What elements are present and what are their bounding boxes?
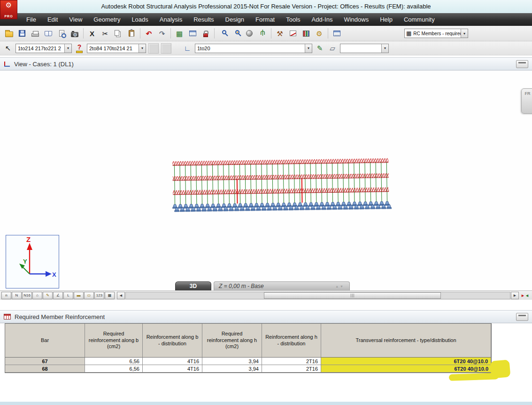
values-icon[interactable]: 123 (94, 292, 104, 299)
orbit-button[interactable] (243, 27, 255, 39)
menu-windows[interactable]: Windows (338, 14, 374, 25)
dimension-button[interactable]: ∟ (182, 43, 193, 54)
menu-loads[interactable]: Loads (126, 14, 154, 25)
cut-button[interactable]: ✂ (99, 27, 111, 39)
sections-icon[interactable]: ✎ (43, 292, 53, 299)
dimension-icon[interactable]: L (63, 292, 73, 299)
panel-restore-button[interactable] (516, 60, 528, 68)
bars-selection-combo[interactable]: 1to214 217to221 2 ▾ (15, 44, 72, 53)
menu-design[interactable]: Design (220, 14, 250, 25)
dropdown-arrow-icon[interactable]: ▾ (461, 29, 468, 38)
diagram-button[interactable] (287, 27, 299, 39)
zoom-window-button[interactable] (230, 27, 242, 39)
print-preview-button[interactable] (42, 27, 54, 39)
dropdown-arrow-icon[interactable]: ▾ (139, 44, 146, 53)
scrollbar-thumb[interactable] (264, 292, 440, 299)
level-tab-arrows-icon[interactable]: ▲▼ (335, 285, 345, 288)
cell-transversal[interactable]: 6T20 40@10.0 (321, 365, 491, 373)
calculations-button[interactable]: ▦ (173, 27, 185, 39)
app-logo[interactable]: ⚙ PRO (0, 0, 17, 19)
cell-dist-h[interactable]: 2T16 (262, 358, 321, 365)
dropdown-arrow-icon[interactable]: ▾ (305, 44, 312, 53)
cell-dist-b[interactable]: 4T16 (143, 358, 202, 365)
selection-option-button[interactable] (148, 43, 159, 54)
bar-numbers-icon[interactable]: N16 (22, 292, 32, 299)
save-button[interactable] (16, 27, 28, 39)
menu-file[interactable]: File (21, 14, 42, 25)
rc-members-combo[interactable]: ▦ RC Members - required reinf. ▾ (404, 29, 468, 38)
cell-req-h[interactable]: 3,94 (202, 365, 262, 373)
cell-dist-b[interactable]: 4T16 (143, 365, 202, 373)
tables-button[interactable] (331, 27, 343, 39)
open-folder-icon (5, 31, 13, 37)
results-table-button[interactable] (186, 27, 199, 39)
titlebar[interactable]: Autodesk Robot Structural Analysis Profe… (0, 0, 532, 13)
offsets-icon[interactable]: ▭ (84, 292, 94, 299)
copy-button[interactable] (112, 27, 124, 39)
paste-button[interactable] (125, 27, 138, 39)
zoom-button[interactable] (217, 27, 229, 39)
node-numbers-icon[interactable]: N (12, 292, 22, 299)
steel-design-button[interactable]: ⚒ (274, 27, 286, 39)
undo-button[interactable]: ↶ (143, 27, 155, 39)
menu-analysis[interactable]: Analysis (154, 14, 188, 25)
print-button[interactable] (29, 27, 41, 39)
cell-dist-h[interactable]: 2T16 (262, 365, 321, 373)
pointer-icon: ↖ (5, 45, 11, 52)
modes-selection-combo[interactable]: ▾ (340, 44, 389, 53)
menu-help[interactable]: Help (374, 14, 398, 25)
camera-icon (71, 32, 78, 37)
redo-button[interactable]: ↷ (156, 27, 168, 39)
scroll-right-button[interactable]: ▶ (511, 292, 519, 299)
scroll-left-button[interactable]: ◀ (117, 292, 125, 299)
lock-results-button[interactable] (200, 27, 212, 39)
view-canvas[interactable]: Z Y X FR 3D Z = 0,00 m - Base ▲▼ (0, 70, 532, 290)
tools-button[interactable]: ⚙ (313, 27, 325, 39)
collapsed-panel-tab[interactable]: FR (521, 88, 532, 114)
rc-design-button[interactable] (300, 27, 312, 39)
cell-bar[interactable]: 67 (5, 358, 85, 365)
display-options-icon[interactable]: ▦ (105, 292, 115, 299)
case-sketch-button[interactable]: ✎ (315, 43, 325, 54)
menu-edit[interactable]: Edit (42, 14, 63, 25)
menu-results[interactable]: Results (188, 14, 219, 25)
node-symbols-icon[interactable]: n (1, 292, 11, 299)
level-tab-label: Z = 0,00 m - Base (219, 283, 264, 289)
select-bars-button[interactable]: ↖ (3, 43, 13, 54)
menu-geometry[interactable]: Geometry (88, 14, 126, 25)
level-tab[interactable]: Z = 0,00 m - Base ▲▼ (214, 281, 350, 290)
cell-req-b[interactable]: 6,56 (85, 358, 143, 365)
reinforcement-panel-titlebar[interactable]: Required Member Reinforcement (0, 310, 532, 323)
panel-restore-button[interactable] (516, 313, 528, 321)
view-panel-titlebar[interactable]: View - Cases: 1 (DL1) (0, 57, 532, 70)
supports-icon[interactable]: ⌂ (32, 292, 42, 299)
cases-selection-combo[interactable]: 1to20 ▾ (195, 44, 312, 53)
view-mode-3d-button[interactable]: 3D (175, 281, 211, 290)
cell-req-h[interactable]: 3,94 (202, 358, 262, 365)
column-header-bar: Bar (5, 324, 85, 358)
cell-req-b[interactable]: 6,56 (85, 365, 143, 373)
search-document-button[interactable] (55, 27, 68, 39)
menu-community[interactable]: Community (398, 14, 440, 25)
shrink-icon[interactable]: ▬ (74, 292, 84, 299)
menu-tools[interactable]: Tools (280, 14, 306, 25)
nodes-selection-combo[interactable]: 2to84 170to214 21 ▾ (87, 44, 146, 53)
screen-capture-button[interactable] (69, 27, 81, 39)
inquiry-button[interactable]: ? (74, 43, 85, 54)
menu-view[interactable]: View (63, 14, 88, 25)
dropdown-arrow-icon[interactable]: ▾ (64, 44, 71, 53)
cell-bar[interactable]: 68 (5, 365, 85, 373)
menu-add-ins[interactable]: Add-Ins (306, 14, 339, 25)
menu-format[interactable]: Format (250, 14, 280, 25)
local-axes-icon[interactable]: ∠ (53, 292, 63, 299)
open-button[interactable] (3, 27, 15, 39)
section-cut-button[interactable]: ψ (256, 27, 269, 39)
plane-select-button[interactable]: ▱ (327, 43, 338, 54)
open-in-table-button[interactable]: ► ◄ (519, 292, 531, 299)
dropdown-arrow-icon[interactable]: ▾ (381, 44, 388, 53)
z-axis-label: Z (26, 235, 31, 243)
delete-button[interactable]: X (86, 27, 98, 39)
selection-option-button[interactable] (161, 43, 171, 54)
cell-transversal[interactable]: 6T20 40@10.0 (321, 358, 491, 365)
horizontal-scrollbar[interactable] (125, 292, 510, 299)
